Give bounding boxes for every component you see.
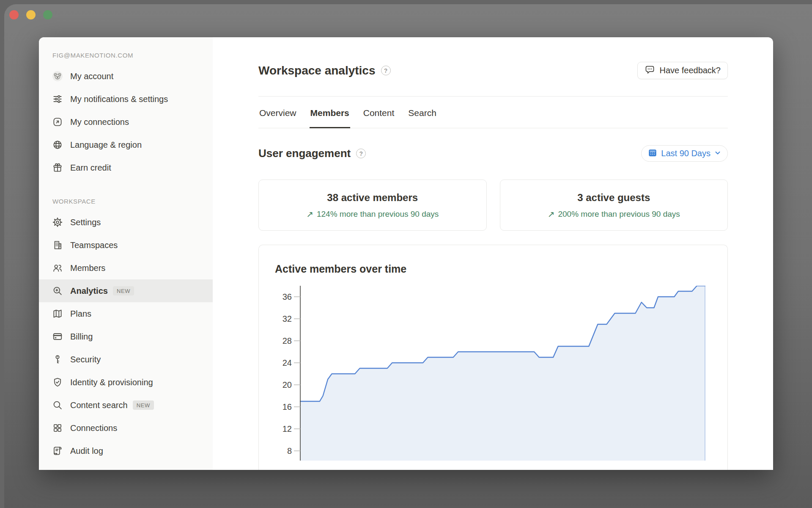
page-header: Workspace analytics ? Have feedback? (258, 62, 728, 79)
sidebar-item-label: My connections (70, 115, 129, 129)
new-badge: NEW (113, 286, 134, 295)
credit-card-icon (52, 331, 63, 342)
sidebar-item-billing[interactable]: Billing (50, 325, 203, 348)
svg-text:12: 12 (283, 424, 292, 433)
sidebar-item-label: Security (70, 352, 101, 367)
sidebar-item-label: Audit log (70, 444, 103, 458)
minimize-window-button[interactable] (26, 10, 36, 19)
sidebar-item-label: Connections (70, 421, 117, 435)
sidebar-item-label: Billing (70, 329, 93, 344)
new-badge: NEW (133, 400, 154, 410)
window-controls (9, 10, 52, 19)
sidebar-item-my-connections[interactable]: My connections (50, 110, 203, 133)
globe-icon (52, 139, 63, 150)
calendar-icon (648, 148, 657, 159)
sidebar-item-label: Settings (70, 215, 101, 229)
building-icon (52, 240, 63, 251)
svg-text:28: 28 (283, 336, 292, 345)
sidebar-item-settings[interactable]: Settings (50, 211, 203, 234)
sidebar-item-connections[interactable]: Connections (50, 417, 203, 439)
sidebar-item-label: Plans (70, 306, 91, 321)
speech-bubble-icon (645, 64, 655, 77)
sidebar-item-label: Analytics (70, 284, 108, 298)
chart-title: Active members over time (275, 263, 406, 275)
title-help-icon[interactable]: ? (381, 66, 391, 75)
sliders-icon (52, 94, 63, 105)
user-engagement-header-row: User engagement ? Last 90 Days (258, 145, 728, 162)
tab-search[interactable]: Search (407, 97, 437, 128)
gear-icon (52, 217, 63, 228)
avatar-icon (52, 71, 63, 82)
active-members-delta: ↗ 124% more than previous 90 days (306, 209, 439, 219)
svg-text:16: 16 (283, 402, 292, 411)
sidebar-item-earn-credit[interactable]: Earn credit (50, 156, 203, 179)
section-title: User engagement (258, 147, 351, 160)
sidebar-item-members[interactable]: Members (50, 257, 203, 279)
sidebar-item-label: My notifications & settings (70, 92, 168, 106)
sidebar-item-analytics[interactable]: AnalyticsNEW (39, 279, 213, 302)
sidebar-item-security[interactable]: Security (50, 348, 203, 371)
active-guests-delta-text: 200% more than previous 90 days (558, 210, 680, 219)
active-guests-card: 3 active guests ↗ 200% more than previou… (500, 179, 728, 231)
date-range-dropdown[interactable]: Last 90 Days (641, 145, 728, 162)
chevron-down-icon (714, 149, 721, 157)
magnifier-sparkle-icon (52, 285, 63, 296)
account-email-header: FIG@MAKENOTION.COM (50, 52, 203, 59)
sidebar-item-label: Language & region (70, 138, 142, 152)
sidebar-item-label: Members (70, 261, 105, 275)
people-icon (52, 262, 63, 273)
sidebar-item-label: Identity & provisioning (70, 375, 153, 389)
scroll-icon (52, 445, 63, 456)
active-members-delta-text: 124% more than previous 90 days (317, 210, 439, 219)
active-guests-delta: ↗ 200% more than previous 90 days (548, 209, 680, 219)
shield-check-icon (52, 377, 63, 388)
sidebar-item-my-notifications-settings[interactable]: My notifications & settings (50, 88, 203, 110)
active-members-value: 38 active members (327, 192, 418, 204)
analytics-tabs: OverviewMembersContentSearch (258, 97, 728, 128)
section-help-icon[interactable]: ? (356, 149, 366, 158)
map-icon (52, 308, 63, 319)
settings-modal-window: FIG@MAKENOTION.COM My accountMy notifica… (39, 37, 773, 470)
active-guests-value: 3 active guests (577, 192, 650, 204)
sidebar-item-label: Teamspaces (70, 238, 118, 252)
svg-text:8: 8 (287, 446, 292, 456)
sidebar-item-identity-provisioning[interactable]: Identity & provisioning (50, 371, 203, 394)
sidebar-item-plans[interactable]: Plans (50, 302, 203, 325)
page-title: Workspace analytics (258, 64, 376, 77)
magnifier-icon (52, 400, 63, 411)
tab-content[interactable]: Content (362, 97, 395, 128)
active-members-chart-card: Active members over time 812162024283236 (258, 245, 728, 470)
date-range-label: Last 90 Days (661, 149, 710, 158)
settings-main-panel: Workspace analytics ? Have feedback? Ove… (213, 37, 773, 470)
grid-icon (52, 422, 63, 433)
stat-cards-row: 38 active members ↗ 124% more than previ… (258, 179, 728, 231)
sidebar-item-my-account[interactable]: My account (50, 65, 203, 88)
have-feedback-button[interactable]: Have feedback? (637, 62, 728, 79)
sidebar-item-audit-log[interactable]: Audit log (50, 439, 203, 462)
sidebar-item-label: Earn credit (70, 160, 111, 175)
key-icon (52, 354, 63, 365)
tab-members[interactable]: Members (310, 97, 350, 128)
arrow-square-icon (52, 116, 63, 127)
sidebar-item-language-region[interactable]: Language & region (50, 133, 203, 156)
active-members-area-chart: 812162024283236 (259, 286, 727, 461)
close-window-button[interactable] (9, 10, 19, 19)
svg-text:24: 24 (283, 358, 292, 367)
trend-up-arrow-icon: ↗ (306, 209, 313, 219)
workspace-section-header: WORKSPACE (50, 198, 203, 205)
zoom-window-button[interactable] (43, 10, 52, 19)
svg-text:32: 32 (283, 314, 292, 323)
account-nav: My accountMy notifications & settingsMy … (50, 65, 203, 179)
active-members-card: 38 active members ↗ 124% more than previ… (258, 179, 487, 231)
svg-text:20: 20 (283, 380, 292, 389)
sidebar-item-label: Content search (70, 398, 128, 412)
trend-up-arrow-icon: ↗ (548, 209, 555, 219)
tab-overview[interactable]: Overview (258, 97, 297, 128)
gift-icon (52, 162, 63, 173)
sidebar-item-label: My account (70, 69, 113, 83)
sidebar-item-teamspaces[interactable]: Teamspaces (50, 234, 203, 257)
sidebar-item-content-search[interactable]: Content searchNEW (50, 394, 203, 417)
workspace-nav: SettingsTeamspacesMembersAnalyticsNEWPla… (50, 211, 203, 462)
svg-text:36: 36 (283, 292, 292, 301)
settings-sidebar: FIG@MAKENOTION.COM My accountMy notifica… (39, 37, 213, 470)
